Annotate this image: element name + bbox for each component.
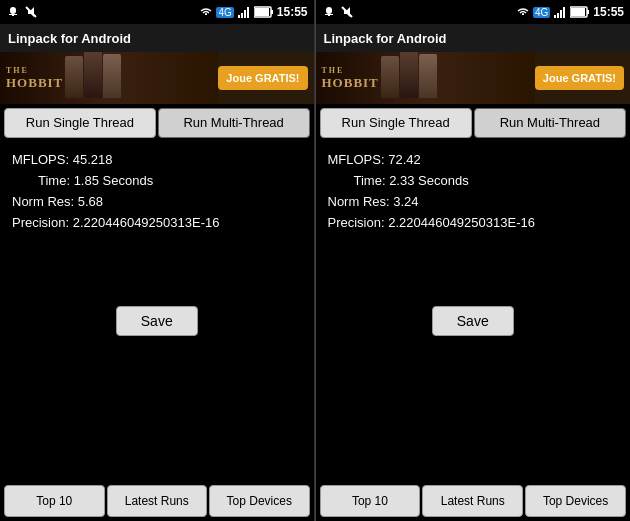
figure-3 bbox=[103, 54, 121, 98]
status-bar: 4G 15:55 bbox=[0, 0, 314, 24]
phone-right: 4G 15:55 Linpack for Android THE HOBBIT bbox=[316, 0, 631, 521]
run-single-thread-button[interactable]: Run Single Thread bbox=[4, 108, 156, 138]
lte-badge: 4G bbox=[533, 7, 550, 18]
status-bar-right: 4G 15:55 bbox=[516, 5, 624, 19]
action-buttons-row: Run Single ThreadRun Multi-Thread bbox=[0, 104, 314, 142]
stats-area: MFLOPS: 45.218Time: 1.85 SecondsNorm Res… bbox=[0, 142, 314, 299]
svg-rect-6 bbox=[241, 13, 243, 18]
stat-row-0: MFLOPS: 45.218 bbox=[8, 152, 306, 167]
signal-icon bbox=[237, 5, 251, 19]
battery-icon bbox=[254, 6, 274, 18]
app-title: Linpack for Android bbox=[8, 31, 131, 46]
run-single-thread-button[interactable]: Run Single Thread bbox=[320, 108, 472, 138]
status-bar-right: 4G 15:55 bbox=[199, 5, 307, 19]
notifications-icon bbox=[322, 5, 336, 19]
svg-rect-19 bbox=[560, 10, 562, 18]
status-bar-left bbox=[6, 5, 38, 19]
svg-rect-18 bbox=[557, 13, 559, 18]
stats-area: MFLOPS: 72.42Time: 2.33 SecondsNorm Res:… bbox=[316, 142, 631, 299]
lte-badge: 4G bbox=[216, 7, 233, 18]
signal-icon bbox=[553, 5, 567, 19]
content-spacer bbox=[0, 344, 314, 481]
title-bar: Linpack for Android bbox=[316, 24, 631, 52]
figure-2 bbox=[84, 52, 102, 98]
banner-figures bbox=[381, 56, 531, 100]
banner-title: THE bbox=[6, 66, 63, 75]
latest-runs-button[interactable]: Latest Runs bbox=[422, 485, 523, 517]
banner-subtitle: HOBBIT bbox=[6, 75, 63, 91]
mute-icon bbox=[340, 5, 354, 19]
battery-icon bbox=[570, 6, 590, 18]
notifications-icon bbox=[6, 5, 20, 19]
banner-figures bbox=[65, 56, 214, 100]
svg-rect-8 bbox=[247, 7, 249, 18]
svg-rect-5 bbox=[238, 15, 240, 18]
status-time: 15:55 bbox=[593, 5, 624, 19]
play-free-button[interactable]: Joue GRATIS! bbox=[535, 66, 624, 90]
status-time: 15:55 bbox=[277, 5, 308, 19]
svg-rect-11 bbox=[255, 8, 269, 16]
svg-rect-0 bbox=[10, 7, 16, 14]
stat-row-2: Norm Res: 3.24 bbox=[324, 194, 623, 209]
phone-left: 4G 15:55 Linpack for Android THE HOBBIT bbox=[0, 0, 315, 521]
stat-row-3: Precision: 2.220446049250313E-16 bbox=[8, 215, 306, 230]
svg-rect-12 bbox=[326, 7, 332, 14]
wifi-icon bbox=[199, 5, 213, 19]
phones-container: 4G 15:55 Linpack for Android THE HOBBIT bbox=[0, 0, 630, 521]
top-devices-button[interactable]: Top Devices bbox=[525, 485, 626, 517]
app-title: Linpack for Android bbox=[324, 31, 447, 46]
svg-rect-17 bbox=[554, 15, 556, 18]
wifi-icon bbox=[516, 5, 530, 19]
mute-icon bbox=[24, 5, 38, 19]
figure-3 bbox=[419, 54, 437, 98]
save-area: Save bbox=[316, 298, 631, 344]
banner-subtitle: HOBBIT bbox=[322, 75, 379, 91]
run-multi-thread-button[interactable]: Run Multi-Thread bbox=[474, 108, 626, 138]
latest-runs-button[interactable]: Latest Runs bbox=[107, 485, 208, 517]
title-bar: Linpack for Android bbox=[0, 24, 314, 52]
figure-2 bbox=[400, 52, 418, 98]
banner-image: THE HOBBIT bbox=[0, 52, 218, 104]
stat-row-1: Time: 1.85 Seconds bbox=[8, 173, 306, 188]
banner-ad[interactable]: THE HOBBIT Joue GRATIS! bbox=[0, 52, 314, 104]
stat-row-2: Norm Res: 5.68 bbox=[8, 194, 306, 209]
action-buttons-row: Run Single ThreadRun Multi-Thread bbox=[316, 104, 631, 142]
svg-rect-14 bbox=[325, 14, 333, 15]
stat-row-3: Precision: 2.220446049250313E-16 bbox=[324, 215, 623, 230]
svg-rect-20 bbox=[563, 7, 565, 18]
content-spacer bbox=[316, 344, 631, 481]
figure-1 bbox=[65, 56, 83, 98]
stat-row-1: Time: 2.33 Seconds bbox=[324, 173, 623, 188]
save-area: Save bbox=[0, 298, 314, 344]
svg-rect-10 bbox=[271, 10, 273, 14]
bottom-nav: Top 10Latest RunsTop Devices bbox=[0, 481, 314, 521]
svg-rect-2 bbox=[9, 14, 17, 15]
svg-rect-23 bbox=[571, 8, 585, 16]
figure-1 bbox=[381, 56, 399, 98]
top-10-button[interactable]: Top 10 bbox=[320, 485, 421, 517]
run-multi-thread-button[interactable]: Run Multi-Thread bbox=[158, 108, 310, 138]
status-bar-left bbox=[322, 5, 354, 19]
save-button[interactable]: Save bbox=[116, 306, 198, 336]
play-free-button[interactable]: Joue GRATIS! bbox=[218, 66, 307, 90]
save-button[interactable]: Save bbox=[432, 306, 514, 336]
svg-rect-22 bbox=[587, 10, 589, 14]
banner-image: THE HOBBIT bbox=[316, 52, 535, 104]
top-devices-button[interactable]: Top Devices bbox=[209, 485, 310, 517]
banner-title: THE bbox=[322, 66, 379, 75]
banner-ad[interactable]: THE HOBBIT Joue GRATIS! bbox=[316, 52, 631, 104]
svg-rect-7 bbox=[244, 10, 246, 18]
bottom-nav: Top 10Latest RunsTop Devices bbox=[316, 481, 631, 521]
top-10-button[interactable]: Top 10 bbox=[4, 485, 105, 517]
stat-row-0: MFLOPS: 72.42 bbox=[324, 152, 623, 167]
status-bar: 4G 15:55 bbox=[316, 0, 631, 24]
